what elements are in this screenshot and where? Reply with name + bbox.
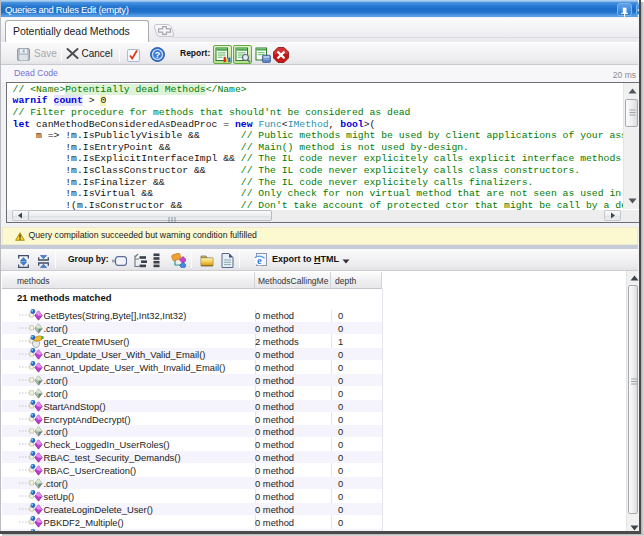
- svg-text:?: ?: [155, 49, 161, 60]
